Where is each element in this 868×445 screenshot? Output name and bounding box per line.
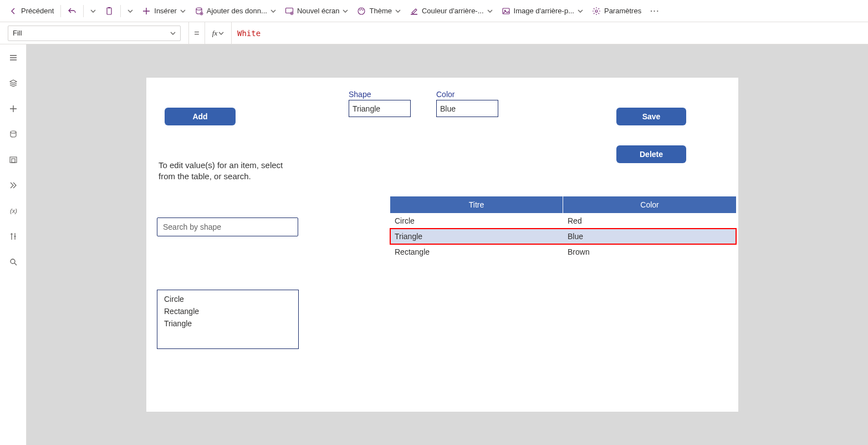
bg-color-button[interactable]: Couleur d'arrière-... [405, 2, 497, 20]
svg-rect-1 [108, 7, 110, 8]
command-bar: Précédent Insérer Ajouter des donn... No… [0, 0, 868, 22]
equals-sign: = [188, 22, 205, 44]
svg-rect-10 [411, 14, 417, 15]
formula-value[interactable]: White [232, 22, 868, 44]
theme-button[interactable]: Thème [353, 2, 405, 20]
bg-color-label: Couleur d'arrière-... [422, 7, 484, 15]
bg-image-label: Image d'arrière-p... [514, 7, 574, 15]
separator [120, 5, 121, 17]
separator [83, 5, 84, 17]
separator [60, 5, 61, 17]
add-data-button[interactable]: Ajouter des donn... [190, 2, 280, 20]
paste-button[interactable] [100, 2, 118, 20]
settings-label: Paramètres [604, 7, 641, 15]
back-label: Précédent [21, 7, 54, 15]
svg-point-9 [362, 9, 364, 11]
paste-dropdown[interactable] [123, 2, 137, 20]
fx-label: fx [212, 29, 217, 38]
settings-button[interactable]: Paramètres [588, 2, 646, 20]
svg-point-7 [360, 9, 361, 11]
bg-image-button[interactable]: Image d'arrière-p... [497, 2, 588, 20]
svg-point-2 [196, 8, 202, 10]
back-button[interactable]: Précédent [4, 2, 58, 20]
svg-rect-0 [107, 8, 111, 14]
new-screen-label: Nouvel écran [297, 7, 340, 15]
insert-button[interactable]: Insérer [137, 2, 190, 20]
theme-label: Thème [369, 7, 391, 15]
overflow-button[interactable]: ··· [646, 2, 664, 20]
new-screen-button[interactable]: Nouvel écran [280, 2, 353, 20]
add-data-label: Ajouter des donn... [207, 7, 267, 15]
svg-point-13 [595, 10, 598, 12]
insert-label: Insérer [154, 7, 176, 15]
undo-dropdown[interactable] [86, 2, 100, 20]
property-name: Fill [13, 29, 22, 37]
formula-bar: Fill = fx White [0, 22, 868, 44]
property-selector[interactable]: Fill [8, 26, 181, 41]
undo-button[interactable] [63, 2, 81, 20]
fx-button[interactable]: fx [205, 22, 232, 44]
svg-point-8 [361, 8, 362, 9]
